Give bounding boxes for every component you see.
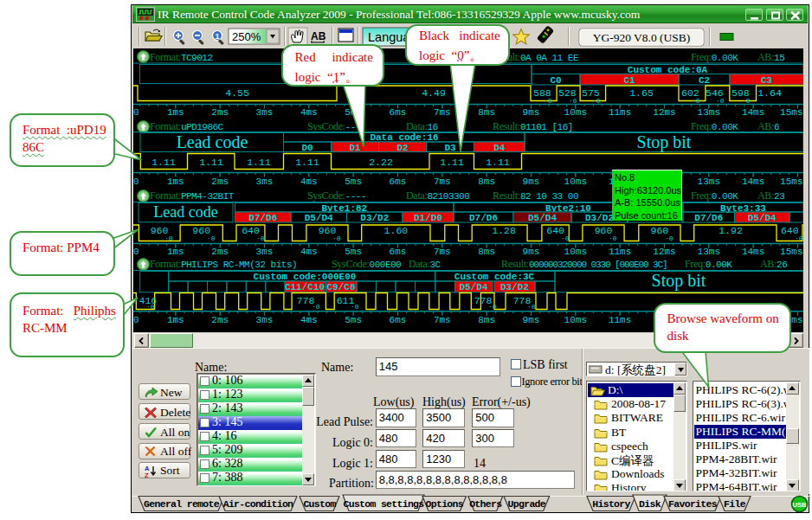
svg-text:Disk: Disk xyxy=(639,498,661,510)
svg-text:File: File xyxy=(724,498,746,510)
svg-text:Favorites: Favorites xyxy=(668,498,718,510)
svg-text:History: History xyxy=(592,498,630,510)
svg-text:Custom: Custom xyxy=(303,498,336,510)
svg-text:Upgrade: Upgrade xyxy=(508,498,546,510)
svg-text:General remote: General remote xyxy=(144,498,220,510)
svg-text:Custom settings: Custom settings xyxy=(343,498,424,510)
svg-text:Air-condition: Air-condition xyxy=(223,498,293,510)
svg-text:USB: USB xyxy=(793,501,807,509)
svg-text:Others: Others xyxy=(469,498,502,510)
svg-text:Options: Options xyxy=(426,498,464,510)
